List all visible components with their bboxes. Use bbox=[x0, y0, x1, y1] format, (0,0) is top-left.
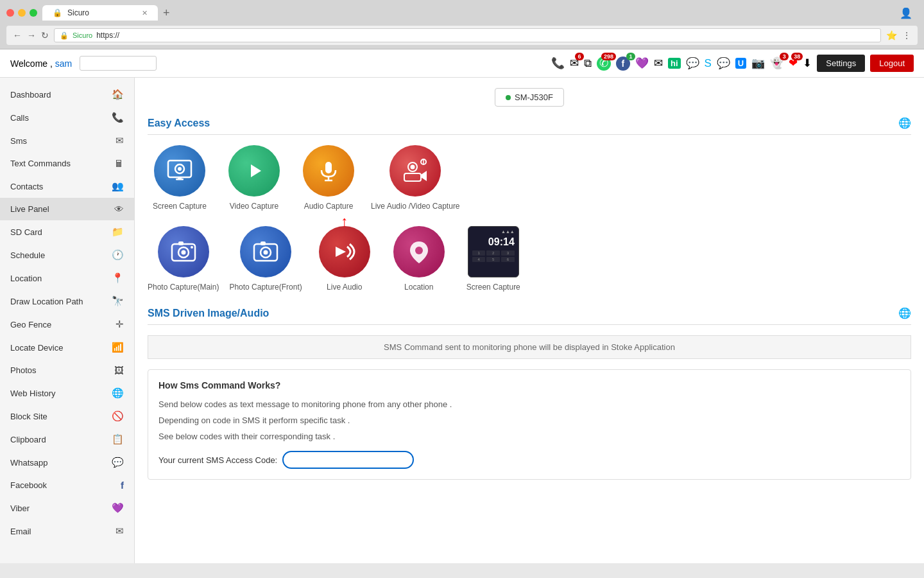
how-sms-box: How Sms Command Works? Send below codes … bbox=[148, 369, 911, 480]
sidebar-item-geo-fence[interactable]: Geo Fence ✛ bbox=[0, 313, 134, 336]
sidebar-item-locate-device[interactable]: Locate Device 📶 bbox=[0, 336, 134, 359]
sidebar: Dashboard 🏠 Calls 📞 Sms ✉ Text Commands … bbox=[0, 78, 135, 563]
device-name: SM-J530F bbox=[515, 92, 553, 102]
copy-nav-icon[interactable]: ⧉ bbox=[584, 57, 592, 70]
nav-icons-bar: 📞 ✉6 ⧉ ✆298 f1 💜 ✉ hi 💬 S 💬 U 📷 👻3 ❤38 ⬇… bbox=[551, 55, 914, 72]
sidebar-item-draw-location-path[interactable]: Draw Location Path 🔭 bbox=[0, 290, 134, 313]
reload-button[interactable]: ↻ bbox=[41, 30, 49, 40]
viber-nav-icon[interactable]: 💜 bbox=[635, 57, 649, 70]
logout-button[interactable]: Logout bbox=[870, 55, 914, 72]
tab-favicon: 🔒 bbox=[53, 8, 62, 17]
live-audio-video-label: Live Audio /Video Capture bbox=[371, 202, 460, 211]
settings-button[interactable]: Settings bbox=[817, 55, 865, 72]
tab-close-button[interactable]: ✕ bbox=[142, 9, 148, 17]
sidebar-item-live-panel[interactable]: Live Panel 👁 bbox=[0, 198, 134, 220]
screen-capture-item[interactable]: Screen Capture bbox=[148, 145, 212, 211]
user-profile-icon: 👤 bbox=[900, 7, 912, 19]
photo-capture-main-icon bbox=[158, 226, 209, 277]
sidebar-item-block-site[interactable]: Block Site 🚫 bbox=[0, 405, 134, 428]
back-button[interactable]: ← bbox=[13, 30, 22, 40]
mail-nav-icon[interactable]: ✉6 bbox=[570, 57, 579, 70]
sms-code-input[interactable] bbox=[282, 451, 414, 469]
sidebar-item-contacts[interactable]: Contacts 👥 bbox=[0, 175, 134, 198]
block-site-icon: 🚫 bbox=[112, 410, 124, 422]
menu-icon[interactable]: ⋮ bbox=[902, 30, 911, 40]
live-audio-video-item[interactable]: Live Audio /Video Capture bbox=[371, 145, 460, 211]
search-input[interactable] bbox=[80, 56, 157, 71]
kik-nav-icon[interactable]: 💬 bbox=[686, 57, 699, 70]
sidebar-item-clipboard[interactable]: Clipboard 📋 bbox=[0, 428, 134, 451]
video-capture-item[interactable]: Video Capture bbox=[222, 145, 286, 211]
snapchat-nav-icon[interactable]: 👻3 bbox=[770, 57, 783, 70]
text-commands-icon: 🖩 bbox=[114, 158, 124, 169]
location-item[interactable]: Location bbox=[387, 226, 451, 292]
screen-capture-thumbnail: ▲▲▲ 09:14 1 2 3 4 5 6 bbox=[468, 226, 519, 277]
bookmark-icon[interactable]: ⭐ bbox=[886, 30, 897, 40]
geo-fence-icon: ✛ bbox=[116, 319, 124, 330]
download-nav-icon[interactable]: ⬇ bbox=[803, 57, 812, 70]
forward-button[interactable]: → bbox=[27, 30, 36, 40]
sidebar-item-sms[interactable]: Sms ✉ bbox=[0, 129, 134, 152]
phone-nav-icon[interactable]: 📞 bbox=[551, 57, 565, 70]
sidebar-item-location[interactable]: Location 📍 bbox=[0, 267, 134, 290]
device-online-dot bbox=[506, 95, 511, 100]
easy-access-row2: Photo Capture(Main) Photo Capture(Front) bbox=[148, 226, 911, 292]
sms-help-icon[interactable]: 🌐 bbox=[898, 307, 911, 319]
sms-line2: Depending on code in SMS it perform spec… bbox=[158, 414, 900, 428]
sidebar-item-sdcard[interactable]: SD Card 📁 bbox=[0, 220, 134, 243]
photo-capture-front-item[interactable]: Photo Capture(Front) bbox=[229, 226, 302, 292]
new-tab-button[interactable]: + bbox=[158, 6, 175, 20]
locate-device-icon: 📶 bbox=[112, 342, 124, 353]
sidebar-item-photos[interactable]: Photos 🖼 bbox=[0, 359, 134, 381]
imo-nav-icon[interactable]: U bbox=[735, 58, 746, 69]
browser-tab[interactable]: 🔒 Sicuro ✕ bbox=[42, 5, 158, 21]
welcome-label: Welcome , sam bbox=[10, 58, 72, 69]
sms-info-bar: SMS Command sent to monitoring phone wil… bbox=[148, 335, 911, 359]
sidebar-item-email[interactable]: Email ✉ bbox=[0, 520, 134, 543]
svg-point-25 bbox=[415, 247, 423, 254]
sidebar-item-whatsapp[interactable]: Whatsapp 💬 bbox=[0, 451, 134, 474]
web-history-icon: 🌐 bbox=[112, 387, 124, 399]
sidebar-item-schedule[interactable]: Schedule 🕐 bbox=[0, 243, 134, 267]
sms-code-label: Your current SMS Access Code: bbox=[158, 455, 277, 465]
heart-nav-icon[interactable]: ❤38 bbox=[789, 57, 798, 70]
device-tab[interactable]: SM-J530F bbox=[495, 88, 564, 107]
facebook-nav-icon[interactable]: f1 bbox=[616, 57, 630, 71]
skype-nav-icon[interactable]: S bbox=[705, 57, 712, 70]
audio-capture-item[interactable]: Audio Capture bbox=[296, 145, 361, 211]
schedule-icon: 🕐 bbox=[112, 249, 124, 261]
screen-capture-thumb-item[interactable]: ▲▲▲ 09:14 1 2 3 4 5 6 Screen Capture bbox=[461, 226, 526, 292]
video-capture-icon bbox=[228, 145, 280, 197]
sidebar-item-facebook[interactable]: Facebook f bbox=[0, 474, 134, 496]
maximize-button[interactable] bbox=[30, 9, 37, 17]
bbm-nav-icon[interactable]: 💬 bbox=[717, 57, 730, 70]
sidebar-item-text-commands[interactable]: Text Commands 🖩 bbox=[0, 152, 134, 175]
photo-capture-main-item[interactable]: Photo Capture(Main) bbox=[148, 226, 219, 292]
main-content: SM-J530F Easy Access 🌐 bbox=[135, 78, 924, 563]
sms-section-title: SMS Driven Image/Audio 🌐 bbox=[148, 307, 911, 325]
hike-nav-icon[interactable]: hi bbox=[668, 58, 681, 69]
video-capture-label: Video Capture bbox=[230, 202, 279, 211]
live-audio-item[interactable]: Live Audio ↑ bbox=[312, 226, 377, 292]
live-audio-icon bbox=[319, 226, 370, 277]
close-button[interactable] bbox=[6, 9, 14, 17]
tab-title: Sicuro bbox=[67, 8, 89, 17]
sidebar-item-web-history[interactable]: Web History 🌐 bbox=[0, 381, 134, 405]
svg-point-10 bbox=[411, 165, 415, 170]
easy-access-help-icon[interactable]: 🌐 bbox=[898, 117, 911, 129]
whatsapp-nav-icon[interactable]: ✆298 bbox=[597, 57, 611, 71]
audio-capture-icon bbox=[303, 145, 354, 197]
sidebar-item-calls[interactable]: Calls 📞 bbox=[0, 106, 134, 129]
live-panel-icon: 👁 bbox=[114, 204, 124, 215]
instagram-nav-icon[interactable]: 📷 bbox=[751, 57, 765, 70]
facebook-icon: f bbox=[121, 480, 124, 491]
location-icon: 📍 bbox=[112, 272, 124, 284]
live-audio-video-icon bbox=[389, 145, 441, 197]
gmail-nav-icon[interactable]: ✉ bbox=[654, 57, 663, 70]
photo-capture-front-icon bbox=[240, 226, 291, 277]
sms-icon: ✉ bbox=[116, 135, 124, 146]
sidebar-item-viber[interactable]: Viber 💜 bbox=[0, 496, 134, 520]
sidebar-item-dashboard[interactable]: Dashboard 🏠 bbox=[0, 83, 134, 106]
minimize-button[interactable] bbox=[18, 9, 26, 17]
sdcard-icon: 📁 bbox=[112, 226, 124, 238]
